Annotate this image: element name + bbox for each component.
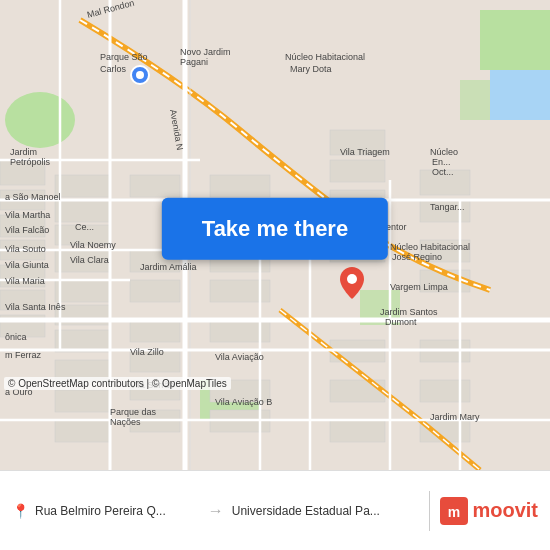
svg-text:En...: En...	[432, 157, 451, 167]
svg-rect-24	[130, 175, 180, 197]
svg-rect-18	[55, 280, 110, 302]
svg-rect-26	[130, 280, 180, 302]
svg-text:Vila Zillo: Vila Zillo	[130, 347, 164, 357]
svg-text:Jardim: Jardim	[10, 147, 37, 157]
moovit-logo-text: moovit	[472, 499, 538, 522]
svg-point-95	[136, 71, 144, 79]
svg-text:Vila Noemy: Vila Noemy	[70, 240, 116, 250]
svg-text:Vila Aviação: Vila Aviação	[215, 352, 264, 362]
svg-text:Parque São: Parque São	[100, 52, 148, 62]
svg-rect-27	[130, 320, 180, 342]
svg-text:Vargem Limpa: Vargem Limpa	[390, 282, 448, 292]
footer-origin-text: Rua Belmiro Pereira Q...	[35, 504, 166, 518]
svg-text:Ce...: Ce...	[75, 222, 94, 232]
svg-text:Jardim Santos: Jardim Santos	[380, 307, 438, 317]
svg-text:a São Manoel: a São Manoel	[5, 192, 61, 202]
origin-icon: 📍	[12, 503, 29, 519]
svg-rect-14	[55, 175, 110, 197]
svg-rect-6	[490, 70, 550, 120]
svg-text:Pagani: Pagani	[180, 57, 208, 67]
svg-rect-15	[55, 200, 110, 222]
svg-text:José Regino: José Regino	[392, 252, 442, 262]
svg-text:Dumont: Dumont	[385, 317, 417, 327]
footer-origin-section: 📍 Rua Belmiro Pereira Q...	[12, 503, 200, 519]
svg-text:Vila Falcão: Vila Falcão	[5, 225, 49, 235]
svg-text:Carlos: Carlos	[100, 64, 127, 74]
svg-text:Núcleo Habitacional: Núcleo Habitacional	[390, 242, 470, 252]
svg-text:Núcleo Habitacional: Núcleo Habitacional	[285, 52, 365, 62]
svg-rect-49	[420, 380, 470, 402]
footer-destination-section: Universidade Estadual Pa...	[232, 504, 420, 518]
svg-text:Nações: Nações	[110, 417, 141, 427]
svg-text:m Ferraz: m Ferraz	[5, 350, 42, 360]
footer-destination-text: Universidade Estadual Pa...	[232, 504, 380, 518]
svg-text:Oct...: Oct...	[432, 167, 454, 177]
svg-rect-23	[55, 420, 110, 442]
svg-rect-38	[330, 160, 385, 182]
svg-text:Mary Dota: Mary Dota	[290, 64, 332, 74]
footer-divider	[429, 491, 430, 531]
svg-text:Vila Souto: Vila Souto	[5, 244, 46, 254]
svg-text:Vila Aviação B: Vila Aviação B	[215, 397, 272, 407]
svg-text:Vila Martha: Vila Martha	[5, 210, 50, 220]
svg-text:Vila Triagem: Vila Triagem	[340, 147, 390, 157]
map-attribution: © OpenStreetMap contributors | © OpenMap…	[4, 377, 231, 390]
svg-text:Núcleo: Núcleo	[430, 147, 458, 157]
svg-text:Novo Jardim: Novo Jardim	[180, 47, 231, 57]
footer: 📍 Rua Belmiro Pereira Q... → Universidad…	[0, 470, 550, 550]
svg-text:m: m	[448, 504, 460, 520]
map-container: Mal Rondon Avenida N Jardim Petrópolis a…	[0, 0, 550, 470]
app: Mal Rondon Avenida N Jardim Petrópolis a…	[0, 0, 550, 550]
moovit-branding: m moovit	[440, 497, 538, 525]
svg-text:Parque das: Parque das	[110, 407, 157, 417]
footer-arrow: →	[208, 502, 224, 520]
svg-rect-31	[210, 175, 270, 197]
svg-text:Vila Giunta: Vila Giunta	[5, 260, 49, 270]
svg-text:Jardim Amália: Jardim Amália	[140, 262, 197, 272]
svg-rect-22	[55, 390, 110, 412]
svg-text:Jardim Mary: Jardim Mary	[430, 412, 480, 422]
svg-rect-43	[330, 420, 385, 442]
svg-point-96	[347, 274, 357, 284]
svg-text:Vila Santa Inês: Vila Santa Inês	[5, 302, 66, 312]
svg-text:Vila Clara: Vila Clara	[70, 255, 109, 265]
svg-rect-2	[480, 10, 550, 70]
svg-text:Tangar...: Tangar...	[430, 202, 465, 212]
take-me-there-button[interactable]: Take me there	[162, 198, 388, 260]
moovit-icon: m	[440, 497, 468, 525]
svg-text:ônica: ônica	[5, 332, 27, 342]
svg-text:Vila Maria: Vila Maria	[5, 276, 45, 286]
destination-pin	[340, 267, 364, 291]
svg-point-1	[5, 92, 75, 148]
svg-text:Petrópolis: Petrópolis	[10, 157, 51, 167]
